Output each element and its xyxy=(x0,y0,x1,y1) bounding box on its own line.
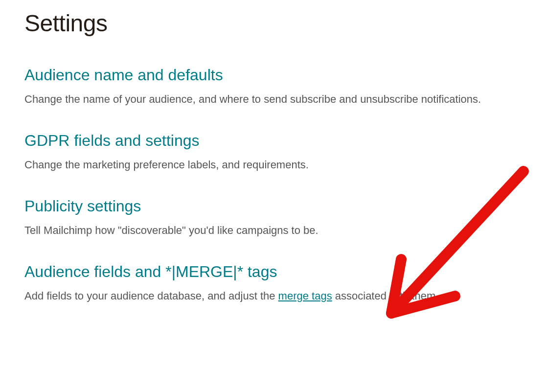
settings-section-publicity: Publicity settings Tell Mailchimp how "d… xyxy=(24,197,522,238)
link-audience-fields-merge-tags[interactable]: Audience fields and *|MERGE|* tags xyxy=(24,263,277,281)
settings-section-gdpr: GDPR fields and settings Change the mark… xyxy=(24,132,522,173)
description-audience-name-defaults: Change the name of your audience, and wh… xyxy=(24,91,522,107)
description-gdpr-fields-settings: Change the marketing preference labels, … xyxy=(24,157,522,173)
page-title: Settings xyxy=(24,10,522,37)
description-audience-fields-merge-tags: Add fields to your audience database, an… xyxy=(24,288,522,304)
settings-section-audience-fields: Audience fields and *|MERGE|* tags Add f… xyxy=(24,263,522,304)
link-audience-name-defaults[interactable]: Audience name and defaults xyxy=(24,66,223,84)
link-gdpr-fields-settings[interactable]: GDPR fields and settings xyxy=(24,132,200,150)
desc-suffix: associated with them. xyxy=(332,290,439,302)
settings-section-audience-defaults: Audience name and defaults Change the na… xyxy=(24,66,522,107)
link-merge-tags[interactable]: merge tags xyxy=(278,290,332,302)
link-publicity-settings[interactable]: Publicity settings xyxy=(24,197,141,215)
description-publicity-settings: Tell Mailchimp how "discoverable" you'd … xyxy=(24,222,522,238)
desc-prefix: Add fields to your audience database, an… xyxy=(24,290,278,302)
